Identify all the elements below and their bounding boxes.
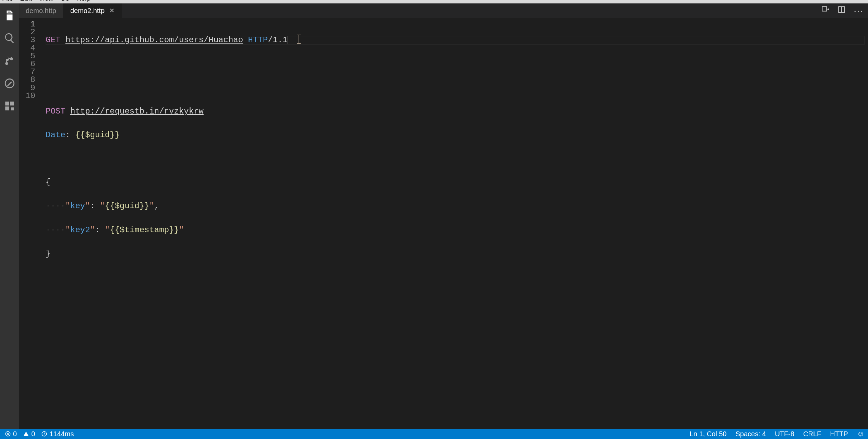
- menu-bar: File Edit View Go Help: [0, 0, 868, 3]
- code-line: }: [46, 250, 868, 258]
- menu-edit[interactable]: Edit: [20, 0, 32, 2]
- tab-demo-http[interactable]: demo.http: [19, 3, 63, 18]
- line-number: 5: [19, 52, 35, 60]
- menu-view[interactable]: View: [39, 0, 53, 2]
- status-spaces[interactable]: Spaces: 4: [735, 430, 766, 438]
- warning-icon: [23, 431, 29, 437]
- status-warnings[interactable]: 0: [23, 430, 35, 438]
- line-number: 4: [19, 44, 35, 52]
- preview-icon[interactable]: [821, 5, 830, 16]
- status-eol[interactable]: CRLF: [803, 430, 821, 438]
- code-line: ····"key": "{{$guid}}",: [46, 202, 868, 210]
- tab-demo2-http[interactable]: demo2.http ✕: [63, 3, 122, 18]
- search-icon[interactable]: [4, 32, 15, 44]
- error-icon: [5, 431, 11, 437]
- tab-label: demo2.http: [70, 7, 105, 15]
- line-number: 6: [19, 60, 35, 68]
- main-area: demo.http demo2.http ✕ ··· 1 2 3: [0, 3, 868, 429]
- split-editor-icon[interactable]: [837, 5, 846, 16]
- source-control-icon[interactable]: [4, 55, 15, 67]
- debug-icon[interactable]: [4, 78, 15, 89]
- menu-go[interactable]: Go: [60, 0, 70, 2]
- code-line: GET https://api.github.com/users/Huachao…: [46, 36, 868, 44]
- more-actions-icon[interactable]: ···: [854, 5, 863, 16]
- code-line: POST http://requestb.in/rvzkykrw: [46, 107, 868, 115]
- activity-bar: [0, 3, 19, 429]
- code-line: Date: {{$guid}}: [46, 131, 868, 139]
- line-number: 9: [19, 84, 35, 92]
- status-errors[interactable]: 0: [5, 430, 17, 438]
- line-number: 3: [19, 36, 35, 44]
- line-number: 1: [19, 20, 35, 28]
- explorer-icon[interactable]: [4, 10, 15, 21]
- line-number: 8: [19, 76, 35, 84]
- status-bar: 0 0 1144ms Ln 1, Col 50 Spaces: 4 UTF-8 …: [0, 429, 868, 439]
- code-line: [46, 83, 868, 91]
- close-icon[interactable]: ✕: [109, 7, 114, 14]
- menu-file[interactable]: File: [2, 0, 13, 2]
- feedback-icon[interactable]: ☺: [857, 429, 865, 438]
- line-number: 2: [19, 28, 35, 36]
- status-encoding[interactable]: UTF-8: [775, 430, 794, 438]
- status-ln-col[interactable]: Ln 1, Col 50: [690, 430, 727, 438]
- code-editor[interactable]: 1 2 3 4 5 6 7 8 9 10 GET https://api.git…: [19, 18, 868, 429]
- editor-group: demo.http demo2.http ✕ ··· 1 2 3: [19, 3, 868, 429]
- text-cursor: [288, 36, 288, 44]
- clock-icon: [41, 431, 47, 437]
- line-number: 10: [19, 92, 35, 100]
- line-gutter: 1 2 3 4 5 6 7 8 9 10: [19, 18, 46, 429]
- code-line: {: [46, 178, 868, 186]
- code-line: ····"key2": "{{$timestamp}}": [46, 226, 868, 234]
- line-number: 7: [19, 68, 35, 76]
- menu-help[interactable]: Help: [76, 0, 90, 2]
- code-line: [46, 60, 868, 68]
- code-content[interactable]: GET https://api.github.com/users/Huachao…: [46, 18, 868, 429]
- status-timing[interactable]: 1144ms: [41, 430, 74, 438]
- extensions-icon[interactable]: [4, 100, 15, 112]
- status-language[interactable]: HTTP: [830, 430, 848, 438]
- tab-bar: demo.http demo2.http ✕ ···: [19, 3, 868, 18]
- tab-label: demo.http: [26, 7, 56, 15]
- ibeam-cursor-icon: [299, 35, 299, 44]
- tab-actions: ···: [821, 3, 868, 18]
- code-line: [46, 155, 868, 163]
